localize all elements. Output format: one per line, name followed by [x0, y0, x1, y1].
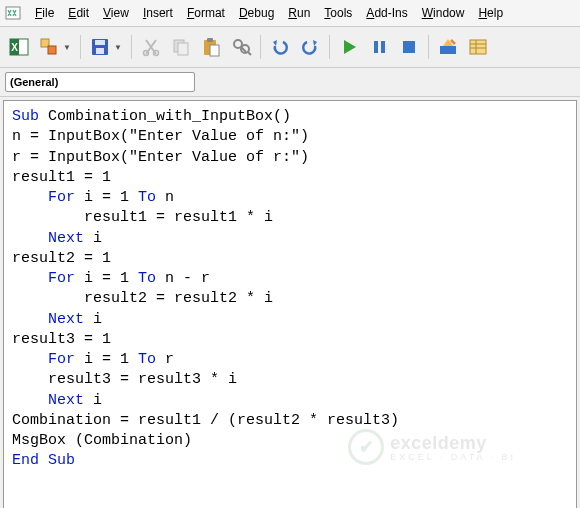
toolbar: X ▼ ▼ [0, 27, 580, 68]
copy-icon[interactable] [167, 33, 195, 61]
svg-rect-12 [178, 43, 188, 55]
menu-view[interactable]: View [96, 4, 136, 22]
project-icon[interactable] [464, 33, 492, 61]
svg-rect-19 [381, 41, 385, 53]
menu-run[interactable]: Run [281, 4, 317, 22]
dropdown-arrow-icon[interactable]: ▼ [114, 43, 126, 52]
menubar: FileEditViewInsertFormatDebugRunToolsAdd… [0, 0, 580, 27]
menu-window[interactable]: Window [415, 4, 472, 22]
design-mode-icon[interactable] [434, 33, 462, 61]
svg-rect-5 [48, 46, 56, 54]
menu-debug[interactable]: Debug [232, 4, 281, 22]
code-area[interactable]: Sub Combination_with_InputBox() n = Inpu… [3, 100, 577, 508]
paste-icon[interactable] [197, 33, 225, 61]
scope-value: (General) [10, 76, 58, 88]
insert-module-icon[interactable] [35, 33, 63, 61]
svg-rect-15 [210, 45, 219, 56]
svg-rect-8 [96, 48, 104, 54]
stop-icon[interactable] [395, 33, 423, 61]
separator [329, 35, 330, 59]
svg-rect-18 [374, 41, 378, 53]
undo-icon[interactable] [266, 33, 294, 61]
save-icon[interactable] [86, 33, 114, 61]
code-text: Sub Combination_with_InputBox() n = Inpu… [4, 101, 576, 478]
svg-rect-0 [6, 7, 20, 19]
svg-rect-7 [95, 40, 105, 45]
run-icon[interactable] [335, 33, 363, 61]
menu-format[interactable]: Format [180, 4, 232, 22]
menu-file[interactable]: File [28, 4, 61, 22]
scope-bar: (General) [0, 68, 580, 97]
redo-icon[interactable] [296, 33, 324, 61]
pause-icon[interactable] [365, 33, 393, 61]
menu-insert[interactable]: Insert [136, 4, 180, 22]
separator [260, 35, 261, 59]
separator [131, 35, 132, 59]
svg-rect-14 [207, 38, 213, 42]
separator [80, 35, 81, 59]
menu-add-ins[interactable]: Add-Ins [359, 4, 414, 22]
scope-combo[interactable]: (General) [5, 72, 195, 92]
menu-edit[interactable]: Edit [61, 4, 96, 22]
svg-rect-21 [440, 46, 456, 54]
excel-icon[interactable]: X [5, 33, 33, 61]
menu-help[interactable]: Help [471, 4, 510, 22]
svg-rect-22 [470, 40, 486, 54]
menu-tools[interactable]: Tools [317, 4, 359, 22]
svg-rect-20 [403, 41, 415, 53]
find-icon[interactable] [227, 33, 255, 61]
dropdown-arrow-icon[interactable]: ▼ [63, 43, 75, 52]
separator [428, 35, 429, 59]
vba-app-icon [5, 5, 21, 21]
svg-text:X: X [11, 42, 18, 53]
cut-icon[interactable] [137, 33, 165, 61]
